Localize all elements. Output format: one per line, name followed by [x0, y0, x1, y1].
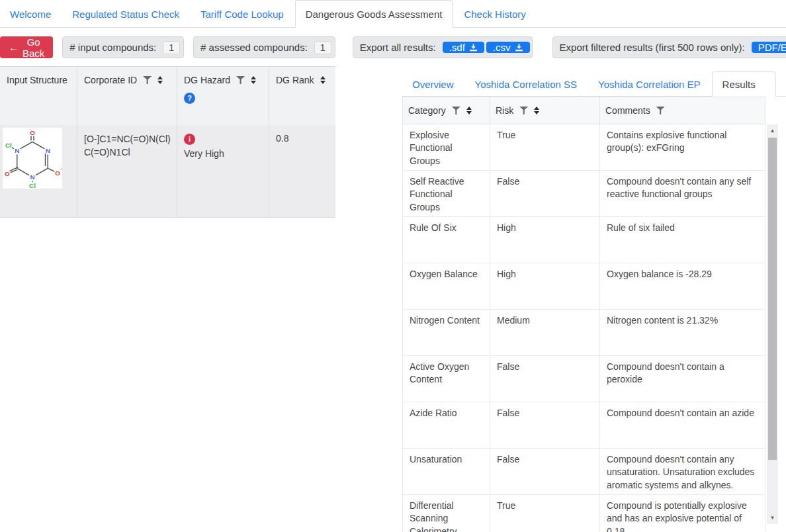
col-category: Category: [403, 97, 490, 124]
results-scrollbar[interactable]: ▲ ▼: [767, 124, 778, 524]
category-cell: Oxygen Balance: [403, 263, 490, 309]
table-row: Self Reactive Functional Groups False Co…: [403, 171, 765, 217]
col-dg-hazard: DG Hazard ?: [177, 67, 269, 125]
help-icon[interactable]: ?: [184, 93, 195, 104]
filter-icon[interactable]: [656, 107, 665, 114]
tab-results[interactable]: Results: [712, 71, 776, 97]
input-compounds-counter: # input compounds: 1: [62, 36, 184, 58]
compound-row: N N N O O O - Cl Cl [O-]C1=NC(=O)N(Cl)C(…: [0, 125, 335, 217]
col-input-structure-label: Input Structure: [7, 75, 67, 85]
comments-cell: Compound is potentially explosive and ha…: [600, 495, 765, 532]
info-icon[interactable]: i: [184, 134, 195, 145]
sort-icon[interactable]: [320, 76, 326, 84]
category-cell: Active Oxygen Content: [403, 356, 490, 402]
svg-text:O: O: [30, 129, 35, 136]
export-csv-button[interactable]: .csv: [486, 42, 530, 53]
risk-cell: False: [490, 356, 600, 402]
risk-cell: High: [490, 217, 600, 263]
go-back-button[interactable]: ← Go Back: [0, 36, 53, 58]
col-corporate-id-label: Corporate ID: [84, 75, 137, 85]
go-back-label: Go Back: [22, 36, 44, 59]
table-row: Active Oxygen Content False Compound doe…: [403, 356, 765, 402]
sort-icon[interactable]: [466, 107, 472, 114]
risk-cell: False: [490, 449, 600, 494]
filter-icon[interactable]: [143, 76, 152, 84]
tab-overview[interactable]: Overview: [402, 71, 464, 97]
tab-welcome[interactable]: Welcome: [0, 0, 61, 28]
export-pdf-excel-label: PDF/Excel: [758, 42, 786, 53]
category-cell: Explosive Functional Groups: [403, 124, 490, 170]
col-input-structure: Input Structure: [0, 67, 77, 125]
tab-yoshida-correlation-ep[interactable]: Yoshida Correlation EP: [588, 71, 711, 97]
risk-cell: True: [490, 124, 600, 170]
scroll-up-icon[interactable]: ▲: [767, 126, 778, 136]
svg-text:-: -: [61, 165, 62, 171]
tab-yoshida-correlation-ss[interactable]: Yoshida Correlation SS: [465, 71, 588, 97]
table-row: Oxygen Balance High Oxygen balance is -2…: [403, 263, 765, 310]
svg-text:N: N: [46, 147, 50, 154]
svg-text:Cl: Cl: [5, 142, 12, 149]
comments-cell: Compound doesn't contain an azide: [600, 402, 765, 448]
dg-rank-value: 0.8: [276, 133, 288, 144]
input-compounds-value: 1: [163, 41, 180, 54]
svg-text:N: N: [15, 147, 19, 154]
tab-check-history[interactable]: Check History: [454, 0, 535, 28]
risk-cell: False: [490, 402, 600, 448]
category-cell: Nitrogen Content: [403, 310, 490, 355]
col-comments-label: Comments: [605, 105, 650, 116]
export-all-label: Export all results:: [353, 42, 443, 53]
compounds-table-header: Input Structure Corporate ID DG Hazard ?…: [0, 67, 335, 125]
results-table-body: Explosive Functional Groups True Contain…: [402, 124, 765, 532]
svg-text:O: O: [5, 170, 10, 177]
tab-dangerous-goods-assessment[interactable]: Dangerous Goods Assessment: [295, 0, 453, 28]
export-sdf-label: .sdf: [449, 42, 465, 53]
structure-cell: N N N O O O - Cl Cl: [0, 125, 77, 217]
tab-regulated-status-check[interactable]: Regulated Status Check: [62, 0, 189, 28]
smiles-text: [O-]C1=NC(=O)N(Cl)C(=O)N1Cl: [84, 133, 171, 159]
toolbar: ← Go Back # input compounds: 1 # assesse…: [0, 36, 786, 58]
main-tab-bar: Welcome Regulated Status Check Tariff Co…: [0, 0, 786, 28]
dg-hazard-value: Very High: [184, 148, 263, 159]
assessed-compounds-counter: # assessed compounds: 1: [193, 36, 335, 58]
download-icon: [515, 44, 523, 52]
comments-cell: Contains explosive functional group(s): …: [600, 124, 765, 170]
sort-icon[interactable]: [534, 107, 539, 114]
col-comments: Comments: [600, 97, 766, 124]
comments-cell: Compound doesn't contain a peroxide: [600, 356, 765, 402]
category-cell: Self Reactive Functional Groups: [403, 171, 490, 216]
table-row: Differential Scanning Calorimetry Potent…: [403, 495, 765, 532]
filter-icon[interactable]: [236, 76, 245, 84]
export-pdf-excel-button[interactable]: PDF/Excel: [752, 42, 786, 53]
table-row: Unsaturation False Compound doesn't cont…: [403, 449, 765, 495]
sort-icon[interactable]: [157, 76, 163, 84]
category-cell: Differential Scanning Calorimetry Potent…: [403, 495, 490, 532]
table-row: Explosive Functional Groups True Contain…: [403, 124, 765, 171]
risk-cell: Medium: [490, 310, 600, 355]
comments-cell: Rule of six failed: [600, 217, 765, 263]
results-tab-bar: Overview Yoshida Correlation SS Yoshida …: [402, 71, 786, 97]
export-csv-label: .csv: [493, 42, 511, 53]
svg-text:Cl: Cl: [29, 182, 36, 189]
risk-cell: High: [490, 263, 600, 309]
category-cell: Azide Ratio: [403, 402, 490, 448]
col-category-label: Category: [408, 105, 446, 116]
dg-hazard-cell: i Very High: [177, 125, 269, 217]
scrollbar-thumb[interactable]: [768, 138, 777, 460]
export-all-group: Export all results: .sdf .csv: [353, 36, 533, 58]
filter-icon[interactable]: [519, 107, 528, 114]
results-table-header: Category Risk Comments: [402, 97, 765, 124]
tab-tariff-code-lookup[interactable]: Tariff Code Lookup: [191, 0, 294, 28]
category-cell: Rule Of Six: [403, 217, 490, 263]
download-icon: [469, 44, 478, 52]
export-sdf-button[interactable]: .sdf: [443, 42, 484, 53]
comments-cell: Nitrogen content is 21.32%: [600, 310, 765, 355]
dg-rank-cell: 0.8: [269, 125, 335, 217]
back-arrow-icon: ←: [9, 42, 19, 53]
svg-text:O: O: [55, 169, 60, 177]
results-table: Category Risk Comments Explosive Functio…: [402, 97, 765, 532]
sort-icon[interactable]: [251, 76, 256, 84]
export-filtered-group: Export filtered results (first 500 rows …: [552, 36, 786, 58]
scroll-down-icon[interactable]: ▼: [767, 513, 778, 523]
filter-icon[interactable]: [452, 107, 460, 114]
table-row: Rule Of Six High Rule of six failed: [403, 217, 765, 263]
